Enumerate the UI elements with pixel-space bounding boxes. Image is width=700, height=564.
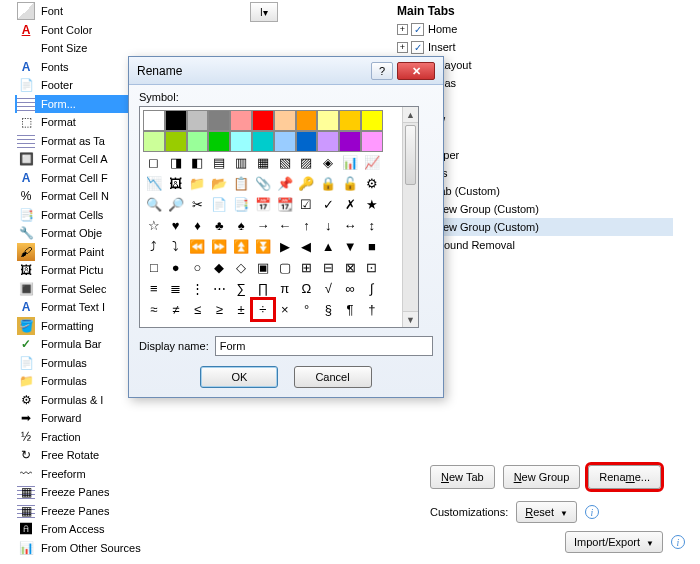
- symbol-item[interactable]: ⋯: [208, 278, 230, 299]
- symbol-item[interactable]: ⤴: [143, 236, 165, 257]
- command-item[interactable]: ➡Forward: [15, 409, 255, 428]
- symbol-item[interactable]: ▶: [274, 236, 296, 257]
- symbol-item[interactable]: 📂: [208, 173, 230, 194]
- symbol-item[interactable]: ▢: [274, 257, 296, 278]
- close-button[interactable]: ✕: [397, 62, 435, 80]
- symbol-item[interactable]: ↕: [361, 215, 383, 236]
- command-item[interactable]: ▦Freeze Panes: [15, 502, 255, 521]
- symbol-item[interactable]: ▨: [296, 152, 318, 173]
- symbol-swatch[interactable]: [274, 131, 296, 152]
- symbol-item[interactable]: ▧: [274, 152, 296, 173]
- symbol-item[interactable]: □: [143, 257, 165, 278]
- symbol-item[interactable]: 🔎: [165, 194, 187, 215]
- symbol-item[interactable]: ∞: [339, 278, 361, 299]
- cancel-button[interactable]: Cancel: [294, 366, 372, 388]
- symbol-scrollbar[interactable]: ▲ ▼: [402, 107, 418, 327]
- symbol-item[interactable]: §: [317, 299, 339, 320]
- symbol-item[interactable]: 📄: [208, 194, 230, 215]
- symbol-item[interactable]: ○: [187, 257, 209, 278]
- symbol-item[interactable]: ÷: [252, 299, 274, 320]
- symbol-listbox[interactable]: ◻◨◧▤▥▦▧▨◈📊📈📉🖼📁📂📋📎📌🔑🔒🔓⚙🔍🔎✂📄📑📅📆☑✓✗★☆♥♦♣♠→←…: [139, 106, 419, 328]
- list-sort-button[interactable]: I▾: [250, 2, 278, 22]
- tree-item[interactable]: +✓Home: [397, 20, 673, 38]
- command-item[interactable]: ½Fraction: [15, 428, 255, 447]
- symbol-item[interactable]: π: [274, 278, 296, 299]
- symbol-swatch[interactable]: [252, 110, 274, 131]
- scroll-up-icon[interactable]: ▲: [403, 107, 418, 123]
- command-item[interactable]: 🅰From Access: [15, 520, 255, 539]
- symbol-swatch[interactable]: [339, 131, 361, 152]
- symbol-swatch[interactable]: [165, 131, 187, 152]
- symbol-item[interactable]: ◆: [208, 257, 230, 278]
- new-group-button[interactable]: New Group: [503, 465, 581, 489]
- command-item[interactable]: Font: [15, 2, 255, 21]
- symbol-swatch[interactable]: [296, 131, 318, 152]
- reset-button[interactable]: Reset ▼: [516, 501, 577, 523]
- symbol-item[interactable]: ▲: [317, 236, 339, 257]
- symbol-item[interactable]: ●: [165, 257, 187, 278]
- command-item[interactable]: ↻Free Rotate: [15, 446, 255, 465]
- symbol-swatch[interactable]: [187, 131, 209, 152]
- symbol-item[interactable]: ☆: [143, 215, 165, 236]
- symbol-item[interactable]: ⚙: [361, 173, 383, 194]
- symbol-item[interactable]: ◨: [165, 152, 187, 173]
- symbol-item[interactable]: ✗: [339, 194, 361, 215]
- symbol-item[interactable]: ▥: [230, 152, 252, 173]
- symbol-item[interactable]: ⊟: [317, 257, 339, 278]
- symbol-swatch[interactable]: [230, 131, 252, 152]
- symbol-swatch[interactable]: [143, 131, 165, 152]
- symbol-item[interactable]: ◈: [317, 152, 339, 173]
- symbol-item[interactable]: ⋮: [187, 278, 209, 299]
- symbol-item[interactable]: ♣: [208, 215, 230, 236]
- symbol-item[interactable]: √: [317, 278, 339, 299]
- symbol-item[interactable]: 🔑: [296, 173, 318, 194]
- tree-expander[interactable]: +: [397, 24, 408, 35]
- symbol-item[interactable]: 📅: [252, 194, 274, 215]
- symbol-item[interactable]: †: [361, 299, 383, 320]
- symbol-item[interactable]: 📊: [339, 152, 361, 173]
- symbol-item[interactable]: ◻: [143, 152, 165, 173]
- symbol-item[interactable]: 📑: [230, 194, 252, 215]
- symbol-item[interactable]: ∫: [361, 278, 383, 299]
- symbol-item[interactable]: ☑: [296, 194, 318, 215]
- symbol-item[interactable]: ◇: [230, 257, 252, 278]
- symbol-item[interactable]: 📁: [187, 173, 209, 194]
- scroll-down-icon[interactable]: ▼: [403, 311, 418, 327]
- tree-checkbox[interactable]: ✓: [411, 23, 424, 36]
- symbol-item[interactable]: ≥: [208, 299, 230, 320]
- symbol-item[interactable]: ←: [274, 215, 296, 236]
- symbol-item[interactable]: ¶: [339, 299, 361, 320]
- symbol-item[interactable]: ∏: [252, 278, 274, 299]
- symbol-swatch[interactable]: [274, 110, 296, 131]
- symbol-item[interactable]: ≤: [187, 299, 209, 320]
- symbol-item[interactable]: ⤵: [165, 236, 187, 257]
- symbol-item[interactable]: →: [252, 215, 274, 236]
- command-item[interactable]: 〰Freeform: [15, 465, 255, 484]
- symbol-item[interactable]: ≠: [165, 299, 187, 320]
- symbol-swatch[interactable]: [165, 110, 187, 131]
- symbol-item[interactable]: 📈: [361, 152, 383, 173]
- symbol-swatch[interactable]: [361, 131, 383, 152]
- symbol-item[interactable]: 📆: [274, 194, 296, 215]
- command-item[interactable]: Font Size: [15, 39, 255, 58]
- symbol-item[interactable]: 🔓: [339, 173, 361, 194]
- scroll-thumb[interactable]: [405, 125, 416, 185]
- symbol-swatch[interactable]: [339, 110, 361, 131]
- symbol-item[interactable]: ↔: [339, 215, 361, 236]
- tree-item[interactable]: +✓Insert: [397, 38, 673, 56]
- symbol-item[interactable]: ≈: [143, 299, 165, 320]
- info-icon[interactable]: i: [671, 535, 685, 549]
- command-item[interactable]: AFont Color: [15, 21, 255, 40]
- symbol-item[interactable]: ∑: [230, 278, 252, 299]
- rename-button[interactable]: Rename...: [588, 465, 661, 489]
- symbol-item[interactable]: Ω: [296, 278, 318, 299]
- symbol-item[interactable]: ↑: [296, 215, 318, 236]
- help-button[interactable]: ?: [371, 62, 393, 80]
- symbol-item[interactable]: ✓: [317, 194, 339, 215]
- symbol-item[interactable]: ⏬: [252, 236, 274, 257]
- tree-expander[interactable]: +: [397, 42, 408, 53]
- symbol-swatch[interactable]: [296, 110, 318, 131]
- symbol-item[interactable]: ↓: [317, 215, 339, 236]
- symbol-item[interactable]: ▣: [252, 257, 274, 278]
- symbol-item[interactable]: 📋: [230, 173, 252, 194]
